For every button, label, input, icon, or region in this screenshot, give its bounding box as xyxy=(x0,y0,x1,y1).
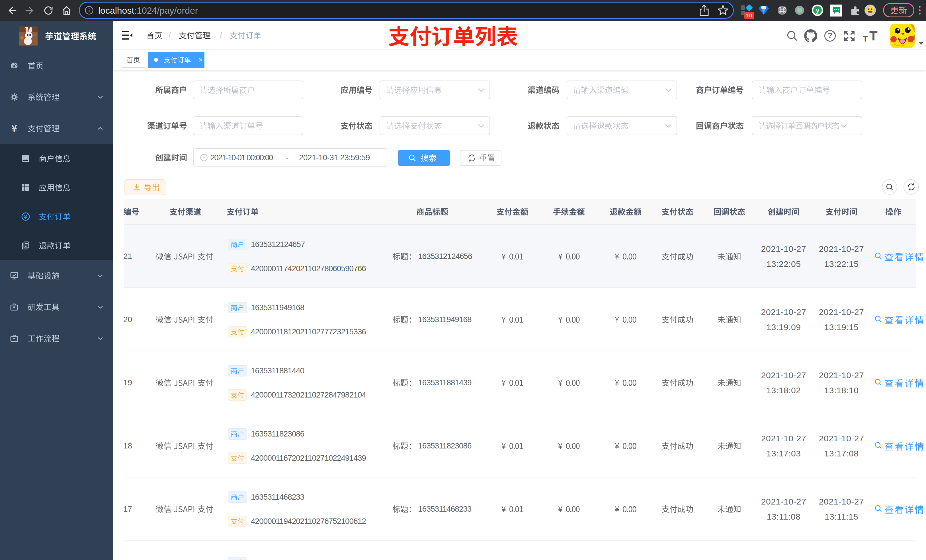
svg-text:10: 10 xyxy=(746,12,752,18)
svg-text:y: y xyxy=(816,7,820,14)
